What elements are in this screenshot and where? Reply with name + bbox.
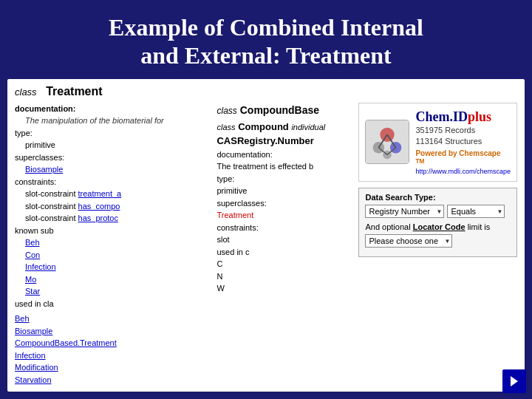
chemid-records: 351975 Records 113164 Structures xyxy=(415,125,511,148)
has-compo-link[interactable]: has_compo xyxy=(78,202,120,211)
primitive-indent: primitive xyxy=(25,139,213,151)
used-in-label: used in cla xyxy=(15,298,213,310)
molecule-image xyxy=(365,120,409,164)
cas-right-col-items: CNW xyxy=(216,258,355,295)
main-container: Example of Combined Internal and Externa… xyxy=(0,0,532,399)
page-title: Example of Combined Internal and Externa… xyxy=(15,13,517,70)
chemid-url: http://www.mdli.com/chemscape xyxy=(415,168,511,175)
search-type-select[interactable]: Registry Number CAS Number Name xyxy=(365,205,444,218)
optional-line: And optional Locator Code limit is xyxy=(365,222,511,231)
data-search-label: Data Search Type: xyxy=(365,193,511,202)
compound-used-in: used in c xyxy=(216,246,355,259)
please-choose-row: Please choose one xyxy=(365,234,511,248)
infection2-link[interactable]: Infection xyxy=(15,349,213,362)
behavioral-link[interactable]: Beh xyxy=(25,238,40,247)
title-area: Example of Combined Internal and Externa… xyxy=(0,0,532,79)
search-row: Registry Number CAS Number Name Equals C… xyxy=(365,205,511,218)
right-column: Chem.IDplus 351975 Records 113164 Struct… xyxy=(355,103,517,386)
known-sub-label: known sub xyxy=(15,225,213,237)
cas-class-header: class Compound individual CASRegistry.Nu… xyxy=(216,120,355,149)
left-column: documentation: The manipulation of the b… xyxy=(15,103,213,386)
search-equals-wrapper: Equals Contains Starts With xyxy=(447,205,505,218)
treatment-class-header: class Treatment xyxy=(15,85,517,98)
list-item: slot-constraint has_compo xyxy=(25,200,213,213)
modification-link[interactable]: Mo xyxy=(25,275,36,284)
modification2-link[interactable]: Modification xyxy=(15,361,213,374)
infection-link[interactable]: Infection xyxy=(25,262,56,271)
constraint-label: constraints: xyxy=(15,176,213,188)
please-choose-wrapper: Please choose one xyxy=(365,234,452,248)
known-subclass-list: Beh Con Infection Mo Star xyxy=(25,236,213,298)
compound-class-header: class CompoundBase xyxy=(216,103,355,118)
chemid-panel: Chem.IDplus 351975 Records 113164 Struct… xyxy=(358,103,517,182)
please-choose-select[interactable]: Please choose one xyxy=(365,234,452,248)
doc-label: documentation: The manipulation of the b… xyxy=(15,103,213,127)
compound-primitive: primitive xyxy=(216,185,355,197)
behavioral2-link[interactable]: Beh xyxy=(15,313,213,325)
treatment-link[interactable]: treatment_a xyxy=(78,189,122,198)
starvation2-link[interactable]: Starvation xyxy=(15,374,213,386)
chemid-info: Chem.IDplus 351975 Records 113164 Struct… xyxy=(415,109,511,175)
next-arrow-icon xyxy=(507,374,522,389)
has-protoc-link[interactable]: has_protoc xyxy=(78,214,118,222)
compound-doc-label: documentation: The treatment is effected… xyxy=(216,149,355,173)
compound-type-line: type: xyxy=(216,173,355,185)
superclass-line: superclasses: xyxy=(15,151,213,164)
biosample-link[interactable]: Biosample xyxy=(25,165,63,174)
list-item: slot-constraint treatment_a xyxy=(25,188,213,200)
chemid-powered: Powered by Chemscape TM xyxy=(415,149,511,168)
compoundbased-link[interactable]: CompoundBased.Treatment xyxy=(15,337,213,349)
nav-next-button[interactable] xyxy=(502,369,526,393)
middle-column: class CompoundBase class Compound indivi… xyxy=(213,103,355,386)
search-equals-select[interactable]: Equals Contains Starts With xyxy=(447,205,505,218)
compound-constraints: constraints: slot xyxy=(216,222,355,246)
list-item: slot-constraint has_protoc xyxy=(25,212,213,225)
svg-marker-9 xyxy=(511,376,518,386)
search-type-wrapper: Registry Number CAS Number Name xyxy=(365,205,444,218)
type-line: type: xyxy=(15,127,213,140)
used-in-list: Beh Biosample CompoundBased.Treatment In… xyxy=(15,313,213,386)
compound-superclass: superclasses: Treatment xyxy=(216,197,355,222)
constraint-slots: slot-constraint treatment_a slot-constra… xyxy=(25,188,213,225)
biosample2-link[interactable]: Biosample xyxy=(15,325,213,338)
columns-wrapper: documentation: The manipulation of the b… xyxy=(15,103,517,386)
starvation-link[interactable]: Star xyxy=(25,287,40,296)
compound-link[interactable]: Con xyxy=(25,250,40,259)
data-search-panel: Data Search Type: Registry Number CAS Nu… xyxy=(358,188,517,257)
content-area: class Treatment documentation: The manip… xyxy=(7,79,525,392)
chemid-logo: Chem.IDplus xyxy=(415,109,511,125)
superclass-value: Biosample xyxy=(25,163,213,176)
